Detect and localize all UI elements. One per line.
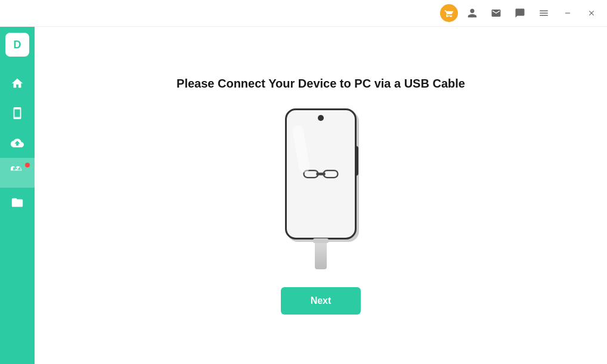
phone-side-button — [355, 146, 358, 176]
next-button[interactable]: Next — [281, 287, 361, 315]
repair-badge — [25, 163, 30, 167]
menu-icon[interactable] — [534, 4, 553, 23]
mail-icon[interactable] — [487, 4, 506, 23]
user-icon[interactable] — [463, 4, 482, 23]
phone-illustration — [285, 108, 357, 269]
sidebar-item-backup[interactable] — [0, 128, 35, 158]
phone-reflection — [292, 125, 311, 173]
chat-icon[interactable] — [510, 4, 529, 23]
svg-rect-3 — [306, 172, 315, 175]
sidebar-item-files[interactable] — [0, 188, 35, 217]
app-logo[interactable]: D — [5, 33, 29, 57]
sidebar: D — [0, 27, 35, 364]
svg-rect-4 — [326, 172, 335, 175]
minimize-button[interactable] — [558, 4, 577, 23]
phone-graphic — [285, 108, 357, 239]
titlebar — [0, 0, 607, 27]
sidebar-item-device[interactable] — [0, 98, 35, 128]
sidebar-item-home[interactable] — [0, 69, 35, 98]
usb-cable — [315, 239, 327, 269]
page-title: Please Connect Your Device to PC via a U… — [176, 77, 465, 91]
svg-rect-2 — [317, 172, 326, 175]
cart-icon[interactable] — [440, 4, 458, 22]
main-content: Please Connect Your Device to PC via a U… — [35, 27, 607, 364]
close-button[interactable] — [582, 4, 601, 23]
sidebar-item-repair[interactable] — [0, 158, 35, 188]
titlebar-actions — [440, 4, 601, 23]
main-layout: D Please Connect Your Device to PC via a… — [0, 27, 607, 364]
